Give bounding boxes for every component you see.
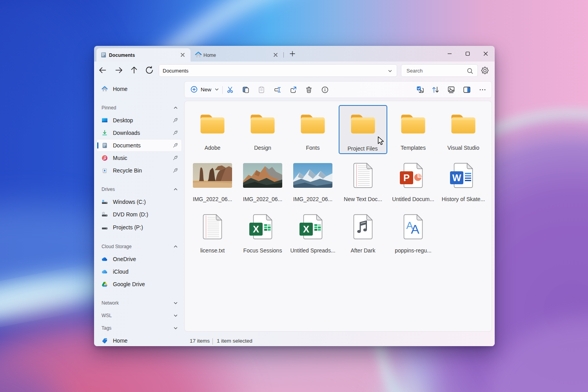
svg-text:X: X: [253, 224, 259, 234]
svg-text:X: X: [303, 224, 309, 234]
svg-text:A: A: [411, 222, 419, 236]
svg-text:W: W: [452, 172, 461, 183]
svg-text:P: P: [403, 172, 410, 183]
